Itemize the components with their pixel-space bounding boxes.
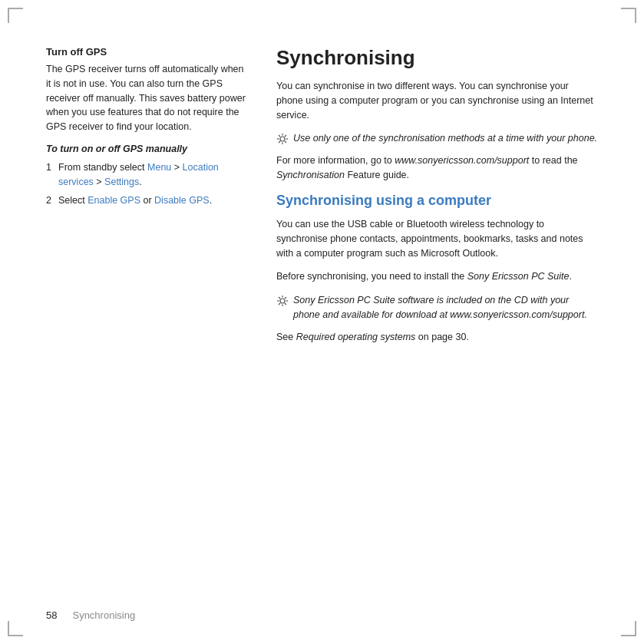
required-systems-text: Required operating systems <box>296 332 416 342</box>
sub-heading: Synchronising using a computer <box>276 192 598 210</box>
note2-text: Sony Ericsson PC Suite software is inclu… <box>293 293 598 322</box>
main-heading: Synchronising <box>276 46 598 70</box>
corner-mark-bl <box>8 621 23 636</box>
turn-off-gps-heading: Turn off GPS <box>46 46 246 58</box>
left-column: Turn off GPS The GPS receiver turns off … <box>46 46 246 598</box>
url-text: www.sonyericsson.com/support <box>395 155 529 166</box>
gps-body-text: The GPS receiver turns off automatically… <box>46 62 246 134</box>
menu-link[interactable]: Menu <box>147 162 171 173</box>
svg-line-15 <box>285 303 286 305</box>
sub-body2: Before synchronising, you need to instal… <box>276 269 598 284</box>
svg-line-6 <box>285 141 286 143</box>
step-1: 1 From standby select Menu > Location se… <box>46 160 246 190</box>
step-1-number: 1 <box>46 160 51 175</box>
svg-line-17 <box>279 303 280 305</box>
footer-label: Synchronising <box>72 609 135 621</box>
intro-text: You can synchronise in two different way… <box>276 79 598 122</box>
corner-mark-tl <box>8 8 23 23</box>
corner-mark-tr <box>621 8 636 23</box>
page-container: Turn off GPS The GPS receiver turns off … <box>0 0 644 644</box>
note1-text: Use only one of the synchronisation meth… <box>293 131 597 146</box>
svg-point-9 <box>280 299 285 303</box>
svg-point-0 <box>280 137 285 141</box>
sync-feature-text: Synchronisation <box>276 170 345 180</box>
svg-line-7 <box>285 135 286 137</box>
corner-mark-br <box>621 621 636 636</box>
note1-icon <box>276 133 289 145</box>
disable-gps-link[interactable]: Disable GPS <box>154 195 210 206</box>
page-number: 58 <box>46 609 57 621</box>
footer: 58 Synchronising <box>46 609 598 621</box>
note2-container: Sony Ericsson PC Suite software is inclu… <box>276 293 598 322</box>
info-text: For more information, go to www.sonyeric… <box>276 154 598 183</box>
svg-line-8 <box>279 141 280 143</box>
note2-icon <box>276 295 289 307</box>
svg-line-14 <box>279 297 280 299</box>
content-area: Turn off GPS The GPS receiver turns off … <box>46 46 598 598</box>
steps-list: 1 From standby select Menu > Location se… <box>46 160 246 208</box>
step-2-text: Select Enable GPS or Disable GPS. <box>58 195 212 206</box>
location-services-link[interactable]: Location services <box>58 162 219 187</box>
note1-container: Use only one of the synchronisation meth… <box>276 131 598 146</box>
step-1-text: From standby select Menu > Location serv… <box>58 162 219 187</box>
step-2: 2 Select Enable GPS or Disable GPS. <box>46 193 246 208</box>
settings-link[interactable]: Settings <box>104 177 139 187</box>
see-text: See Required operating systems on page 3… <box>276 330 598 345</box>
svg-line-16 <box>285 297 286 299</box>
manual-gps-heading: To turn on or off GPS manually <box>46 144 246 154</box>
enable-gps-link[interactable]: Enable GPS <box>88 195 140 206</box>
right-column: Synchronising You can synchronise in two… <box>276 46 598 598</box>
step-2-number: 2 <box>46 193 51 208</box>
svg-line-5 <box>279 135 280 137</box>
sub-body1: You can use the USB cable or Bluetooth w… <box>276 217 598 260</box>
sony-suite-text: Sony Ericsson PC Suite <box>467 271 570 282</box>
